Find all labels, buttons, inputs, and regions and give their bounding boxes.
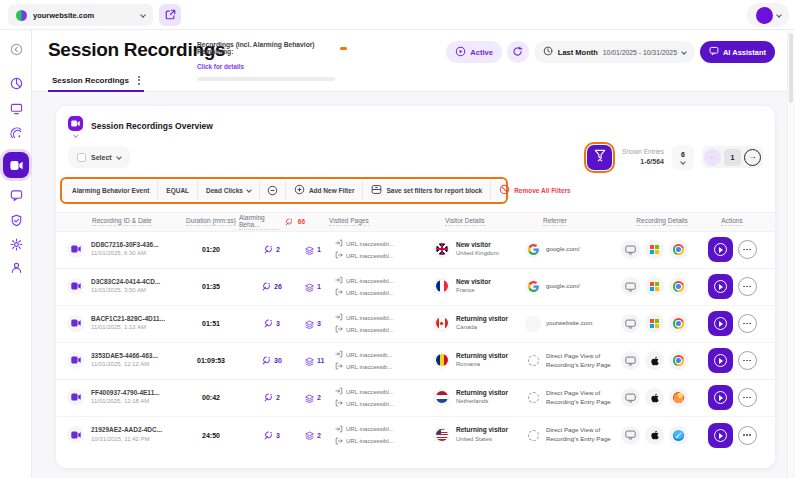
safari-browser-icon xyxy=(669,426,688,445)
ai-assistant-button[interactable]: AI Assistant xyxy=(700,41,775,63)
table-row[interactable]: DD8C7216-30F3-436... 11/01/2025, 6:30 AM… xyxy=(56,232,775,269)
page-size-select[interactable]: 6 xyxy=(672,145,694,170)
entry-page-icon xyxy=(335,350,343,359)
row-more-button[interactable] xyxy=(738,351,757,370)
sidebar-item-settings[interactable] xyxy=(9,237,24,252)
current-page: 1 xyxy=(724,149,741,166)
row-more-button[interactable] xyxy=(738,388,757,407)
apple-os-icon xyxy=(645,351,664,370)
usage-details-link[interactable]: Click for details xyxy=(197,63,244,70)
col-alarming[interactable]: Alarming Beha... xyxy=(239,214,279,230)
remove-all-filters-button[interactable]: Remove All Filters xyxy=(491,181,578,200)
kebab-menu-icon[interactable] xyxy=(138,76,140,85)
filter-field[interactable]: Alarming Behavior Event xyxy=(64,181,158,200)
exit-page[interactable]: URL inaccessibl... xyxy=(335,288,394,297)
exit-page[interactable]: URL inaccessibl... xyxy=(335,251,394,260)
row-more-button[interactable] xyxy=(738,277,757,296)
sidebar-item-chat[interactable] xyxy=(9,188,24,203)
sidebar-item-collapse[interactable] xyxy=(9,42,24,57)
recording-id: DD8C7216-30F3-436... xyxy=(91,241,159,249)
top-bar: yourwebsite.com xyxy=(0,0,795,30)
pages-count: 1 xyxy=(317,283,321,290)
table-row[interactable]: BACF1C21-828C-4D11... 11/01/2025, 1:13 A… xyxy=(56,306,775,343)
tab-session-recordings[interactable]: Session Recordings xyxy=(48,70,144,92)
filter-button[interactable] xyxy=(587,145,612,170)
select-dropdown[interactable]: Select xyxy=(68,146,130,168)
active-status-button[interactable]: Active xyxy=(446,41,502,63)
col-recording-details[interactable]: Recording Details xyxy=(636,217,687,226)
sidebar-item-waves[interactable] xyxy=(9,126,24,141)
play-recording-button[interactable] xyxy=(708,348,733,373)
next-page-button[interactable]: → xyxy=(744,149,761,166)
alarming-behavior-icon xyxy=(264,431,273,440)
col-referrer[interactable]: Referrer xyxy=(543,217,567,226)
country-flag-icon xyxy=(433,278,450,295)
exit-page[interactable]: URL inaccessibl... xyxy=(335,437,394,446)
add-new-filter-label: Add New Filter xyxy=(309,187,355,194)
chrome-browser-icon xyxy=(669,351,688,370)
country-flag-icon xyxy=(433,389,450,406)
entry-url: URL inaccessibl... xyxy=(346,278,394,284)
exit-page[interactable]: URL inaccessibl... xyxy=(335,325,394,334)
table-row[interactable]: 21929AE2-AAD2-4DC... 10/31/2025, 11:42 P… xyxy=(56,417,775,454)
arrow-right-icon: → xyxy=(749,153,757,161)
site-selector[interactable]: yourwebsite.com xyxy=(8,4,153,26)
scrollbar-thumb[interactable] xyxy=(789,33,793,103)
col-duration[interactable]: Duration (mm:ss) xyxy=(186,217,236,226)
refresh-button[interactable] xyxy=(507,41,529,63)
entry-page[interactable]: URL inaccessibl... xyxy=(335,313,394,322)
table-row[interactable]: D3C83C24-0414-4CD... 11/01/2025, 3:50 AM… xyxy=(56,269,775,306)
select-checkbox[interactable] xyxy=(77,153,86,162)
user-menu[interactable] xyxy=(747,3,789,27)
recordings-icon xyxy=(10,159,23,172)
sidebar-item-shield[interactable] xyxy=(9,213,24,228)
entry-page[interactable]: URL inaccessibl... xyxy=(335,425,394,434)
remove-filter-button[interactable] xyxy=(267,185,278,196)
play-recording-button[interactable] xyxy=(708,237,733,262)
plus-circle-icon xyxy=(294,184,305,196)
filter-value-dropdown[interactable]: Dead Clicks xyxy=(198,181,260,200)
play-recording-button[interactable] xyxy=(708,385,733,410)
exit-page[interactable]: URL inaccessib... xyxy=(335,362,392,371)
chevron-down-icon[interactable] xyxy=(73,132,78,137)
direct-traffic-icon xyxy=(525,353,541,369)
play-recording-button[interactable] xyxy=(708,311,733,336)
sidebar-item-profile[interactable] xyxy=(9,260,24,275)
visitor-country: Netherlands xyxy=(456,398,508,406)
sidebar-item-recordings[interactable] xyxy=(3,152,29,178)
filter-operator[interactable]: EQUAL xyxy=(158,181,198,200)
col-recording-id[interactable]: Recording ID & Date xyxy=(92,217,152,226)
chevron-down-icon xyxy=(140,12,146,18)
col-visited-pages[interactable]: Visited Pages xyxy=(329,217,369,226)
date-range-picker[interactable]: Last Month 10/01/2025 - 10/31/2025 xyxy=(534,41,695,63)
recordings-table: Recording ID & Date Duration (mm:ss) Ala… xyxy=(56,212,775,454)
add-new-filter-button[interactable]: Add New Filter xyxy=(286,181,364,200)
visitor-country: United Kingdom xyxy=(456,250,499,258)
layers-icon xyxy=(305,389,314,407)
play-recording-button[interactable] xyxy=(708,423,733,448)
prev-page-button[interactable]: ← xyxy=(704,149,721,166)
exit-page[interactable]: URL inaccessibl... xyxy=(335,399,394,408)
exit-url: URL inaccessibl... xyxy=(346,401,394,407)
entry-page[interactable]: URL inaccessibl... xyxy=(335,276,394,285)
scrollbar[interactable] xyxy=(787,31,794,477)
visitor-country: Romania xyxy=(456,361,508,369)
desktop-device-icon xyxy=(621,426,640,445)
windows-os-icon xyxy=(645,240,664,259)
row-more-button[interactable] xyxy=(738,314,757,333)
alarming-count: 30 xyxy=(274,357,282,364)
open-site-button[interactable] xyxy=(159,4,181,26)
entry-page[interactable]: URL inaccessibl... xyxy=(335,387,394,396)
entry-page[interactable]: URL inaccessib... xyxy=(335,350,392,359)
save-filters-button[interactable]: Save set filters for report block xyxy=(363,181,491,200)
duration-value: 01:20 xyxy=(202,246,220,253)
table-row[interactable]: 3353DAE5-4466-463... 11/01/2025, 12:12 A… xyxy=(56,343,775,380)
play-recording-button[interactable] xyxy=(708,274,733,299)
table-row[interactable]: FF400937-4790-4E11... 11/01/2025, 12:18 … xyxy=(56,380,775,417)
entry-page[interactable]: URL inaccessibl... xyxy=(335,239,394,248)
col-visitor-details[interactable]: Visitor Details xyxy=(445,217,485,226)
row-more-button[interactable] xyxy=(738,426,757,445)
sidebar-item-analytics[interactable] xyxy=(9,76,24,91)
row-more-button[interactable] xyxy=(738,240,757,259)
sidebar-item-screens[interactable] xyxy=(9,101,24,116)
